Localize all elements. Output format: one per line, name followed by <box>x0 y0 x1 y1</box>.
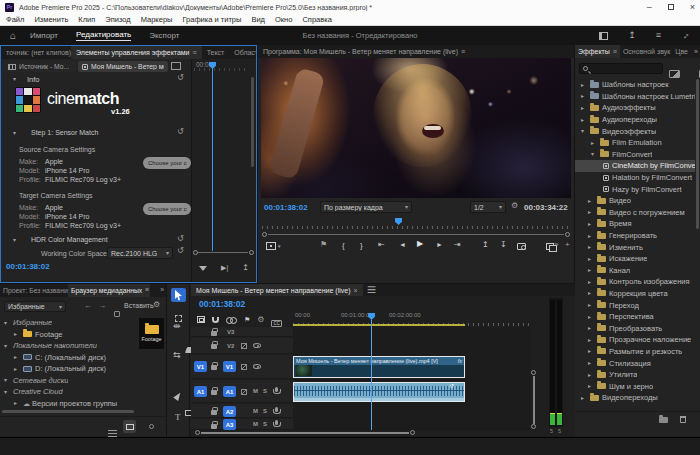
chevron-right-icon[interactable] <box>588 233 594 239</box>
effects-tree-item[interactable]: Видео <box>575 195 695 207</box>
reset-icon[interactable] <box>177 128 184 136</box>
chevron-right-icon[interactable] <box>14 331 20 337</box>
effects-tree-item-selected[interactable]: CineMatch by FilmConvert <box>575 160 695 172</box>
timeline-vscroll-bottom[interactable] <box>531 424 536 429</box>
chevron-right-icon[interactable] <box>14 400 20 406</box>
play-around-icon[interactable]: ▶| <box>221 264 228 272</box>
close-button[interactable] <box>690 3 695 12</box>
playback-resolution-dropdown[interactable]: 1/2 <box>470 201 506 213</box>
reset-icon[interactable] <box>177 247 184 255</box>
thumbnail-view-button[interactable] <box>123 420 136 433</box>
lock-icon[interactable] <box>211 390 217 395</box>
media-tree-item[interactable]: C: (Локальный диск) <box>0 352 136 364</box>
tab-program[interactable]: Программа: Моя Мишель - Ветер меняет нап… <box>258 45 470 58</box>
filter-icon[interactable] <box>199 266 207 271</box>
program-ruler[interactable] <box>262 217 570 229</box>
chevron-right-icon[interactable] <box>588 383 594 389</box>
settings-wrench-icon[interactable] <box>511 202 518 210</box>
tab-media-browser[interactable]: Браузер медиаданных <box>68 284 150 297</box>
media-tree-item[interactable]: Creative Cloud <box>0 386 136 398</box>
lock-icon[interactable] <box>211 410 217 415</box>
chevron-right-icon[interactable] <box>588 314 594 320</box>
header-tab-edit[interactable]: Редактировать <box>76 30 131 41</box>
program-scrollbar[interactable] <box>268 234 564 235</box>
mark-out-icon[interactable]: } <box>360 241 363 250</box>
fullscreen-icon[interactable] <box>681 31 690 40</box>
chevron-right-icon[interactable] <box>588 302 594 308</box>
audio-clip[interactable] <box>293 382 465 402</box>
mute-button[interactable]: M <box>253 421 258 427</box>
panel-menu-icon[interactable] <box>145 287 149 294</box>
slip-tool[interactable]: ⇆ <box>173 350 181 360</box>
chevron-right-icon[interactable] <box>14 354 20 360</box>
play-icon[interactable] <box>417 240 423 248</box>
effects-scrollbar[interactable] <box>696 79 699 229</box>
choose-source-camera-button[interactable]: Choose your c <box>143 157 191 169</box>
add-marker-icon[interactable] <box>320 241 327 249</box>
chevron-down-icon[interactable] <box>13 237 16 243</box>
mute-button[interactable]: M <box>253 388 258 394</box>
panel-menu-icon[interactable] <box>613 48 617 55</box>
media-tree-item[interactable]: Версии проектов группы <box>0 398 136 410</box>
clip-tab-source[interactable]: Источник - Мо... <box>4 61 76 72</box>
button-editor-icon[interactable] <box>565 241 570 249</box>
chevron-right-icon[interactable] <box>588 244 594 250</box>
effects-tree-item[interactable]: Переход <box>575 299 695 311</box>
effects-tree-item[interactable]: Контроль изображения <box>575 276 695 288</box>
ingest-settings-icon[interactable] <box>153 301 160 309</box>
tab-areas[interactable]: Области ( <box>229 46 257 59</box>
timeline-timecode[interactable]: 00:01:38:02 <box>199 299 245 309</box>
chevron-right-icon[interactable] <box>588 360 594 366</box>
effects-tree-item[interactable]: FilmConvert <box>575 149 695 161</box>
tab-color[interactable]: Цве <box>673 45 689 58</box>
work-area-bar[interactable] <box>293 324 465 326</box>
effects-tree-item[interactable]: Канал <box>575 265 695 277</box>
video-clip[interactable]: Моя Мишель - Ветер меняет направление (l… <box>293 356 465 378</box>
effects-tree-item[interactable]: Видеоэффекты <box>575 125 695 137</box>
voiceover-mic-icon[interactable] <box>275 420 278 425</box>
chevron-down-icon[interactable] <box>4 320 10 326</box>
mark-in-icon[interactable]: { <box>342 241 345 250</box>
tab-text[interactable]: Текст <box>202 46 230 59</box>
lock-icon[interactable] <box>211 331 217 336</box>
source-patch-a1[interactable]: A1 <box>194 386 207 397</box>
track-target-a3[interactable]: A3 <box>223 419 236 430</box>
panel-layout-icon[interactable] <box>599 32 608 40</box>
chevron-right-icon[interactable] <box>581 395 587 401</box>
chevron-right-icon[interactable] <box>581 82 587 88</box>
panel-menu-icon[interactable] <box>461 48 465 55</box>
home-icon[interactable] <box>10 31 16 41</box>
panel-menu-icon[interactable] <box>193 49 197 56</box>
chevron-right-icon[interactable] <box>591 140 597 146</box>
voiceover-mic-icon[interactable] <box>275 407 278 412</box>
sync-lock-icon[interactable] <box>241 389 247 395</box>
chevron-down-icon[interactable] <box>4 377 10 383</box>
settings-menu-icon[interactable] <box>266 242 276 250</box>
info-section-label[interactable]: Info <box>27 75 40 84</box>
chevron-down-icon[interactable] <box>278 244 281 249</box>
step1-section-label[interactable]: Step 1: Sensor Match <box>31 129 98 136</box>
effects-tree-item[interactable]: Искажение <box>575 253 695 265</box>
effects-tree-item[interactable]: Генерировать <box>575 230 695 242</box>
maximize-button[interactable] <box>668 4 674 10</box>
voiceover-mic-icon[interactable] <box>275 387 278 392</box>
media-tree-item[interactable]: Footage <box>0 329 136 341</box>
chevron-down-icon[interactable] <box>4 389 10 395</box>
chevron-right-icon[interactable] <box>588 372 594 378</box>
media-tree-item[interactable]: Локальные накопители <box>0 340 136 352</box>
working-color-space-dropdown[interactable]: Rec.2100 HLG <box>107 247 173 259</box>
back-icon[interactable] <box>84 302 92 310</box>
chevron-right-icon[interactable] <box>581 105 587 111</box>
menu-view[interactable]: Вид <box>251 15 265 24</box>
selection-tool[interactable] <box>171 288 186 302</box>
effect-controls-timecode[interactable]: 00:01:38:02 <box>6 262 50 271</box>
chevron-down-icon[interactable] <box>581 128 587 134</box>
clip-tab-program[interactable]: Моя Мишель - Ветер меня... <box>78 61 168 72</box>
chevron-right-icon[interactable] <box>588 209 594 215</box>
export-frame-icon[interactable] <box>517 243 526 250</box>
new-custom-bin-icon[interactable] <box>659 417 668 423</box>
media-tree-item[interactable]: Избранные <box>0 317 136 329</box>
track-target-a1[interactable]: A1 <box>223 386 236 397</box>
track-target-a2[interactable]: A2 <box>223 406 236 417</box>
close-icon[interactable] <box>354 287 358 294</box>
